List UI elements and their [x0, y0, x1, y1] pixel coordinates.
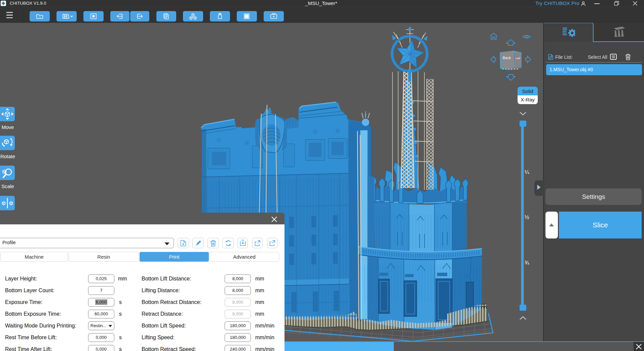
svg-text:Back: Back [503, 56, 511, 60]
svg-text:Left: Left [516, 57, 520, 60]
